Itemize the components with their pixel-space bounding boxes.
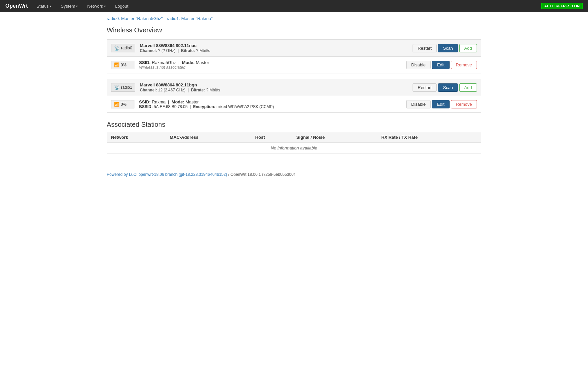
associated-stations-section: Associated Stations Network MAC-Address … [107,121,481,153]
radio0-sub-actions: Disable Edit Remove [406,61,477,69]
radio0-add-button[interactable]: Add [459,44,477,52]
radio0-edit-button[interactable]: Edit [432,61,449,69]
radio0-badge: 📡 radio0 [111,44,135,52]
col-signal: Signal / Noise [292,132,378,143]
system-dropdown-arrow: ▾ [76,4,78,8]
radio1-scan-button[interactable]: Scan [438,83,458,92]
radio1-device-detail: Channel: 12 (2.467 GHz) | Bitrate: ? Mbi… [140,88,413,92]
radio0-card: 📡 radio0 Marvell 88W8864 802.11nac Chann… [107,39,481,73]
radio0-signal-badge: 📶 0% [111,61,134,69]
radio1-restart-button[interactable]: Restart [413,83,437,92]
main-content: Wireless Overview 📡 radio0 Marvell 88W88… [0,25,588,167]
navbar: OpenWrt Status ▾ System ▾ Network ▾ Logo… [0,0,588,12]
radio1-card: 📡 radio1 Marvell 88W8864 802.11bgn Chann… [107,79,481,113]
radio0-main-row: 📡 radio0 Marvell 88W8864 802.11nac Chann… [107,40,481,57]
wireless-overview-title: Wireless Overview [107,26,481,34]
status-dropdown-arrow: ▾ [50,4,51,8]
radio0-signal-icon: 📶 [114,62,119,67]
stations-table-body: No information available [107,143,481,153]
radio0-ssid-info: SSID: Rakma5Ghz | Mode: Master Wireless … [139,60,406,70]
radio0-info: Marvell 88W8864 802.11nac Channel: ? (? … [140,43,413,53]
radio1-ssid-line: SSID: Rakma | Mode: Master [139,99,406,104]
radio0-scan-button[interactable]: Scan [438,44,458,52]
radio0-label: radio0 [121,46,132,50]
radio1-disable-button[interactable]: Disable [406,100,431,108]
radio1-signal-icon: 📶 [114,102,119,107]
associated-stations-title: Associated Stations [107,121,481,128]
radio0-signal-value: 0% [121,63,126,67]
footer-link[interactable]: Powered by LuCI openwrt-18.06 branch (gi… [107,172,227,177]
breadcrumbs: radio0: Master "Rakma5Ghz" radio1: Maste… [0,12,588,25]
nav-system[interactable]: System ▾ [57,2,81,10]
radio1-sub-row: 📶 0% SSID: Rakma | Mode: Master BSSID: 5… [107,96,481,112]
radio0-status-text: Wireless is not associated [139,65,406,70]
radio1-icon: 📡 [114,85,120,90]
radio0-disable-button[interactable]: Disable [406,61,431,69]
radio1-edit-button[interactable]: Edit [432,100,449,108]
radio1-badge: 📡 radio1 [111,83,135,92]
radio0-remove-button[interactable]: Remove [451,61,477,69]
radio1-label: radio1 [121,85,132,90]
radio1-bssid-line: BSSID: 5A:EF:68:B9:78:05 | Encryption: m… [139,104,406,109]
radio1-main-row: 📡 radio1 Marvell 88W8864 802.11bgn Chann… [107,79,481,96]
radio1-signal-value: 0% [121,102,126,107]
col-network: Network [107,132,166,143]
breadcrumb-radio1[interactable]: radio1: Master "Rakma" [167,16,212,21]
nav-status[interactable]: Status ▾ [33,2,55,10]
radio1-actions: Restart Scan Add [413,83,477,92]
radio0-ssid-line: SSID: Rakma5Ghz | Mode: Master [139,60,406,65]
radio1-remove-button[interactable]: Remove [451,100,477,108]
stations-table-header: Network MAC-Address Host Signal / Noise … [107,132,481,143]
radio1-device-name: Marvell 88W8864 802.11bgn [140,82,413,87]
brand-logo: OpenWrt [5,3,28,9]
nav-network[interactable]: Network ▾ [84,2,109,10]
radio0-sub-row: 📶 0% SSID: Rakma5Ghz | Mode: Master Wire… [107,57,481,73]
stations-table: Network MAC-Address Host Signal / Noise … [107,132,481,153]
radio0-icon: 📡 [114,45,120,51]
radio1-sub-actions: Disable Edit Remove [406,100,477,108]
col-mac: MAC-Address [166,132,251,143]
radio0-restart-button[interactable]: Restart [413,44,437,52]
radio1-signal-badge: 📶 0% [111,100,134,108]
footer: Powered by LuCI openwrt-18.06 branch (gi… [0,167,588,182]
radio0-device-detail: Channel: ? (? GHz) | Bitrate: ? Mbit/s [140,48,413,53]
col-rate: RX Rate / TX Rate [377,132,481,143]
auto-refresh-badge: AUTO REFRESH ON [541,3,583,9]
nav-logout[interactable]: Logout [112,2,132,10]
breadcrumb-radio0[interactable]: radio0: Master "Rakma5Ghz" [107,16,163,21]
footer-version: / OpenWrt 18.06.1 r7258-5eb055306f [228,172,295,177]
radio0-actions: Restart Scan Add [413,44,477,52]
network-dropdown-arrow: ▾ [104,4,106,8]
radio1-ssid-info: SSID: Rakma | Mode: Master BSSID: 5A:EF:… [139,99,406,109]
radio1-info: Marvell 88W8864 802.11bgn Channel: 12 (2… [140,82,413,92]
stations-no-info-row: No information available [107,143,481,153]
radio0-device-name: Marvell 88W8864 802.11nac [140,43,413,48]
stations-no-info: No information available [107,143,481,153]
radio1-add-button[interactable]: Add [459,83,477,92]
col-host: Host [251,132,292,143]
stations-header-row: Network MAC-Address Host Signal / Noise … [107,132,481,143]
